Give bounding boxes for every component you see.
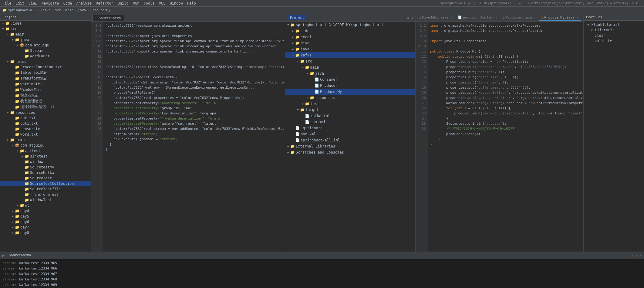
left-tree-item[interactable]: 📁 window xyxy=(0,159,91,164)
left-tree-item[interactable]: ▼ 📁 main xyxy=(0,32,91,37)
menu-refactor[interactable]: Refactor xyxy=(96,1,113,5)
settings-icon[interactable]: ⚙ xyxy=(407,16,409,20)
close-icon[interactable]: ✕ xyxy=(534,15,536,19)
left-tree-item[interactable]: ▼ 📁 src xyxy=(0,26,91,32)
close-icon[interactable]: ✕ xyxy=(450,15,453,19)
left-tree-item[interactable]: 📁 SourceKafka xyxy=(0,170,91,175)
left-tree-item[interactable]: 📁 out.txt xyxy=(0,115,91,121)
menu-edit[interactable]: Edit xyxy=(15,1,24,5)
left-tree-item[interactable]: ▶ 📁 day5 xyxy=(0,214,91,219)
middle-tree-item[interactable]: ▼ 📁 springboot-all G:\CODE_MY\springboot… xyxy=(285,22,415,28)
left-tree-item[interactable]: 📁 Stream xyxy=(0,48,91,53)
left-tree-item[interactable]: 📁 SourceTestfile xyxy=(0,186,91,192)
lifecycle-item[interactable]: clean xyxy=(585,33,643,38)
project-tab-project[interactable]: Project xyxy=(288,15,306,20)
bc-springboot-all[interactable]: springboot-all xyxy=(8,8,36,12)
left-tree-item[interactable]: 📁 watermater xyxy=(0,81,91,87)
left-tree-item[interactable]: 📁 Transform笔记 xyxy=(0,76,91,81)
middle-tree-item[interactable]: 📄 springboot-all.iml xyxy=(285,137,415,143)
lifecycle-item[interactable]: validate xyxy=(585,38,643,44)
center-tab-sourcekafka[interactable]: S SourceKafka xyxy=(92,15,124,21)
right-tab-pom.xml(kafka)[interactable]: 📄 pom.xml (kafka) ✕ xyxy=(455,15,500,21)
right-tab-hivejdbc.java[interactable]: ☕ HiveJdbc.java ✕ xyxy=(417,15,455,21)
left-tree-item[interactable]: ▶ 📁 scala xyxy=(0,137,91,143)
left-tree-item[interactable]: 📁 运行时架构笔记.txt xyxy=(0,104,91,110)
left-tree-item[interactable]: ▼ 📦 com.atguigu xyxy=(0,143,91,148)
menu-window[interactable]: Window xyxy=(170,1,183,5)
middle-tree-item[interactable]: 📄 pom.xml xyxy=(285,131,415,137)
left-tree-item[interactable]: 📁 ProcessFunction.txt xyxy=(0,64,91,70)
project-tree[interactable]: ▼ 📁 springboot-all G:\CODE_MY\springboot… xyxy=(285,22,415,252)
left-tree[interactable]: ▼ 📁 .idea ▼ 📁 src ▼ 📁 main ▼ 📁 java ▼ 📦 … xyxy=(0,21,91,252)
left-tree-item[interactable]: 📁 sensor.txt xyxy=(0,126,91,132)
middle-tree-item[interactable]: 📄 Producer xyxy=(285,83,415,89)
left-tree-item[interactable]: 📁 Table api笔记 xyxy=(0,70,91,76)
menu-build[interactable]: Build xyxy=(118,1,129,5)
left-tree-item[interactable]: ▼ 📁 java xyxy=(0,37,91,42)
left-tree-item[interactable]: 📁 状态管理笔记 xyxy=(0,98,91,104)
middle-tree-item[interactable]: ▼ 📁 kafka xyxy=(285,52,415,58)
middle-tree-item[interactable]: 📄 .gitignore xyxy=(285,125,415,131)
middle-tree-item[interactable]: ▶ 📁 hive xyxy=(285,40,415,46)
menu-navigate[interactable]: Navigate xyxy=(42,1,59,5)
left-tree-item[interactable]: ▶ 📁 apitest xyxy=(0,148,91,154)
middle-tree-item[interactable]: ▶ 📁 Scratches and Consoles xyxy=(285,149,415,155)
middle-tree-item[interactable]: ▼ 📁 src xyxy=(285,58,415,64)
menu-file[interactable]: File xyxy=(2,1,11,5)
menu-analyze[interactable]: Analyze xyxy=(76,1,92,5)
middle-tree-item[interactable]: 📄 pom.xml xyxy=(285,119,415,125)
menu-code[interactable]: Code xyxy=(63,1,72,5)
middle-tree-item[interactable]: ▼ 📁 java xyxy=(285,70,415,76)
left-tree-item[interactable]: ▼ 📁 notes xyxy=(0,59,91,64)
left-tree-item[interactable]: ▶ 📁 day4 xyxy=(0,208,91,214)
right-code-content[interactable]: import org.apache.kafka.clients.producer… xyxy=(428,22,583,252)
menu-help[interactable]: Help xyxy=(187,1,196,5)
middle-tree-item[interactable]: ▶ 📁 .idea xyxy=(285,28,415,34)
left-tree-item[interactable]: 📁 WindowTest xyxy=(0,197,91,203)
left-tree-item[interactable]: 📁 SourceTest xyxy=(0,175,91,181)
close-icon[interactable]: ✕ xyxy=(577,15,579,19)
left-tree-item[interactable]: ▼ 📦 com.atguigu xyxy=(0,42,91,48)
bc-java[interactable]: java xyxy=(78,8,86,12)
lifecycle-item[interactable]: ▼ Lifecycle xyxy=(585,27,643,33)
bc-src[interactable]: src xyxy=(55,8,61,12)
left-tree-item[interactable]: 📁 WordCount xyxy=(0,53,91,59)
filter-icon[interactable]: ⊟ xyxy=(411,16,413,20)
right-tab-producermy.java[interactable]: ☕ ProducerMy.java ✕ xyxy=(539,15,581,21)
console-tab-sourcekafka[interactable]: SourceKafka xyxy=(7,252,33,258)
left-tree-item[interactable]: 📁 SourceTestCollection xyxy=(0,181,91,186)
middle-tree-item[interactable]: ▶ 📁 test xyxy=(285,101,415,107)
menu-vcs[interactable]: VCS xyxy=(159,1,166,5)
menu-run[interactable]: Run xyxy=(133,1,140,5)
left-tree-item[interactable]: 📁 TransformTest xyxy=(0,192,91,197)
left-tree-item[interactable]: ▶ 📁 day6 xyxy=(0,219,91,225)
bc-producermy[interactable]: ProducerMy xyxy=(90,8,110,12)
middle-tree-item[interactable]: 📄 kafka.iml xyxy=(285,113,415,119)
middle-tree-item[interactable]: 📄 ProducerMy xyxy=(285,89,415,95)
bc-main[interactable]: main xyxy=(66,8,74,12)
middle-tree-item[interactable]: ▼ 📁 target xyxy=(285,107,415,113)
bc-kafka[interactable]: kafka xyxy=(40,8,50,12)
middle-tree-item[interactable]: ▶ 📁 resources xyxy=(285,95,415,101)
lifecycle-item[interactable]: ▼ FlinkTutorial xyxy=(585,22,643,27)
middle-tree-item[interactable]: ▶ 📁 excel xyxy=(285,34,415,40)
left-tree-item[interactable]: ▼ 📁 .idea xyxy=(0,21,91,26)
menu-tools[interactable]: Tools xyxy=(144,1,155,5)
middle-tree-item[interactable]: ▶ 📁 External Libraries xyxy=(285,143,415,149)
middle-tree-item[interactable]: ▶ 📁 java8 xyxy=(285,46,415,52)
left-tree-item[interactable]: ▶ 📁 day8 xyxy=(0,230,91,235)
right-tab-producer.java[interactable]: ☕ Producer.java ✕ xyxy=(500,15,538,21)
menu-view[interactable]: View xyxy=(29,1,37,5)
left-tree-item[interactable]: ▶ 📁 day7 xyxy=(0,225,91,230)
left-tree-item[interactable]: ▶ 📁 sinktest xyxy=(0,154,91,159)
left-tree-item[interactable]: 📁 out1.txt xyxy=(0,121,91,126)
left-tree-item[interactable]: ▶ 📁 wc xyxy=(0,203,91,208)
code-content[interactable]: "color:#cc7832">package com.atguigu.apit… xyxy=(103,22,285,252)
middle-tree-item[interactable]: ▼ 📁 main xyxy=(285,64,415,70)
left-tree-item[interactable]: ▼ 📁 resources xyxy=(0,110,91,115)
middle-tree-item[interactable]: 📄 Consumer xyxy=(285,76,415,83)
left-tree-item[interactable]: 📁 word.txt xyxy=(0,132,91,137)
left-tree-item[interactable]: 📁 检查点笔记 xyxy=(0,93,91,98)
left-tree-item[interactable]: 📁 Window笔记 xyxy=(0,87,91,93)
left-tree-item[interactable]: 📁 SoucetestMy xyxy=(0,164,91,170)
